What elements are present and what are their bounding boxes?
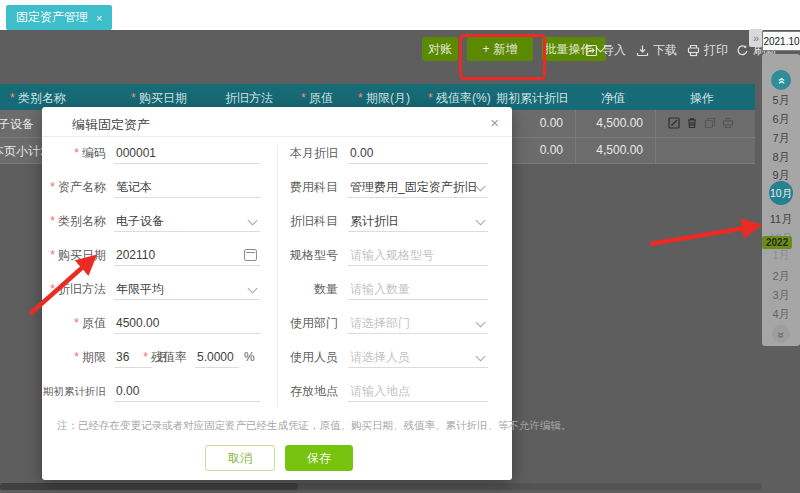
original-value-field[interactable]: 4500.00 xyxy=(114,312,260,334)
col-depreciation-method: 折旧方法 xyxy=(225,90,273,107)
row1-actions xyxy=(668,117,734,129)
reconcile-button[interactable]: 对账 xyxy=(422,37,458,61)
copy-icon[interactable] xyxy=(704,117,716,129)
using-person-select[interactable]: 请选择人员 xyxy=(348,346,488,368)
app-window: 固定资产管理 × 对账 + 新增 批量操作 导入 下载 打印 xyxy=(0,0,800,493)
current-month-dep-field[interactable]: 0.00 xyxy=(348,142,488,164)
dialog-close-icon[interactable]: × xyxy=(490,114,499,131)
horizontal-scrollbar-thumb[interactable] xyxy=(0,483,298,490)
chevron-down-icon xyxy=(248,216,258,226)
row2-opening-accum-dep: 0.00 xyxy=(540,143,563,157)
add-button[interactable]: + 新增 xyxy=(467,37,533,61)
calendar-icon xyxy=(244,249,257,261)
edit-icon[interactable] xyxy=(668,117,680,129)
chevron-double-down-icon: » xyxy=(772,332,790,339)
scroll-months-down-button[interactable]: » xyxy=(772,325,790,343)
month-panel: » 5月 6月 7月 8月 9月 10月 11月 12月 2022 1月 2月 … xyxy=(762,54,800,346)
using-department-label: 使用部门 xyxy=(290,316,338,330)
print-button[interactable]: 打印 xyxy=(687,41,728,59)
tab-label: 固定资产管理 xyxy=(16,9,88,26)
col-actions: 操作 xyxy=(690,90,714,107)
import-button[interactable]: 导入 xyxy=(585,41,626,59)
period-box[interactable]: 2021.10 xyxy=(762,31,800,51)
scroll-months-up-button[interactable]: » xyxy=(771,70,791,90)
edit-fixed-asset-dialog: 编辑固定资产 × *编码 000001 *资产名称 笔记本 *类别名称 电子设备… xyxy=(42,107,512,480)
row1-net-value: 4,500.00 xyxy=(596,116,643,130)
depreciation-method-label: 折旧方法 xyxy=(58,282,106,296)
storage-location-label: 存放地点 xyxy=(290,384,338,398)
year-badge: 2022 xyxy=(762,236,792,249)
category-select[interactable]: 电子设备 xyxy=(114,210,260,232)
quantity-field[interactable]: 请输入数量 xyxy=(348,278,488,300)
collapse-panel-icon[interactable]: » xyxy=(749,29,763,47)
residual-rate-field[interactable]: 5.0000 xyxy=(195,346,239,368)
tab-fixed-asset-management[interactable]: 固定资产管理 × xyxy=(6,5,112,30)
month-item-6[interactable]: 6月 xyxy=(762,111,800,127)
chevron-down-icon xyxy=(476,352,486,362)
spec-model-field[interactable]: 请输入规格型号 xyxy=(348,244,488,266)
month-item-11[interactable]: 11月 xyxy=(762,211,800,227)
tab-bar: 固定资产管理 × xyxy=(0,0,800,30)
code-field[interactable]: 000001 xyxy=(114,142,260,164)
month-item-8[interactable]: 8月 xyxy=(762,149,800,165)
col-net-value: 净值 xyxy=(601,90,625,107)
row1-opening-accum-dep: 0.00 xyxy=(540,116,563,130)
month-item-2[interactable]: 2月 xyxy=(762,268,800,284)
residual-rate-unit: % xyxy=(244,346,255,368)
month-item-3[interactable]: 3月 xyxy=(762,287,800,303)
plus-icon: + xyxy=(482,42,489,56)
save-button[interactable]: 保存 xyxy=(285,445,353,471)
divider xyxy=(42,136,512,137)
row1-category: 电子设备 xyxy=(0,116,34,133)
download-button[interactable]: 下载 xyxy=(636,41,677,59)
depreciation-account-select[interactable]: 累计折旧 xyxy=(348,210,488,232)
expense-account-label: 费用科目 xyxy=(290,180,338,194)
tab-close-icon[interactable]: × xyxy=(96,12,102,24)
import-icon xyxy=(585,44,598,57)
refresh-icon xyxy=(736,44,749,57)
current-month-dep-label: 本月折旧 xyxy=(290,146,338,160)
category-label: 类别名称 xyxy=(58,214,106,228)
depreciation-account-label: 折旧科目 xyxy=(290,214,338,228)
col-opening-accum-dep: 期初累计折旧 xyxy=(496,90,568,107)
col-category: 类别名称 xyxy=(18,90,66,107)
chevron-double-up-icon: » xyxy=(771,78,791,85)
chevron-down-icon xyxy=(476,216,486,226)
month-item-7[interactable]: 7月 xyxy=(762,130,800,146)
download-icon xyxy=(636,44,649,57)
print-icon xyxy=(687,44,700,57)
row2-category: 本页小计: xyxy=(0,143,43,160)
chevron-down-icon xyxy=(476,318,486,328)
chevron-down-icon xyxy=(476,182,486,192)
month-item-4[interactable]: 4月 xyxy=(762,306,800,322)
month-item-10-selected[interactable]: 10月 xyxy=(769,181,793,205)
opening-accum-dep-label: 期初累计折旧 xyxy=(43,385,106,397)
residual-rate-label: 残值率 xyxy=(151,350,187,364)
original-value-label: 原值 xyxy=(82,316,106,330)
using-department-select[interactable]: 请选择部门 xyxy=(348,312,488,334)
opening-accum-dep-field[interactable]: 0.00 xyxy=(114,380,260,402)
col-original-value: 原值 xyxy=(309,90,333,107)
month-item-5[interactable]: 5月 xyxy=(762,92,800,108)
col-term-months: 期限(月) xyxy=(366,90,410,107)
chevron-down-icon xyxy=(248,284,258,294)
row2-net-value: 4,500.00 xyxy=(596,143,643,157)
asset-name-field[interactable]: 笔记本 xyxy=(114,176,260,198)
purchase-date-field[interactable]: 202110 xyxy=(114,244,260,266)
cancel-button[interactable]: 取消 xyxy=(205,445,275,471)
storage-location-field[interactable]: 请输入地点 xyxy=(348,380,488,402)
col-purchase-date: 购买日期 xyxy=(139,90,187,107)
expense-account-select[interactable]: 管理费用_固定资产折旧 xyxy=(348,176,488,198)
month-item-1[interactable]: 1月 xyxy=(762,247,800,263)
code-label: 编码 xyxy=(82,146,106,160)
voucher-icon[interactable] xyxy=(722,117,734,129)
purchase-date-label: 购买日期 xyxy=(58,248,106,262)
term-label: 期限 xyxy=(82,350,106,364)
col-residual-rate: 残值率(%) xyxy=(436,90,491,107)
depreciation-method-select[interactable]: 年限平均 xyxy=(114,278,260,300)
using-person-label: 使用人员 xyxy=(290,350,338,364)
quantity-label: 数量 xyxy=(314,282,338,296)
edit-restriction-note: 注：已经存在变更记录或者对应固定资产已经生成凭证，原值、购买日期、残值率、累计折… xyxy=(57,419,497,433)
dialog-title: 编辑固定资产 xyxy=(72,116,150,134)
delete-icon[interactable] xyxy=(686,117,698,129)
